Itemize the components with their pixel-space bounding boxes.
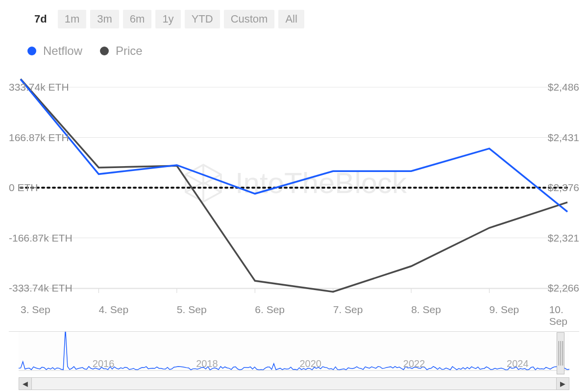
scroll-left-button[interactable]: ◀	[19, 378, 32, 390]
x-tick: 4. Sep	[98, 304, 128, 316]
range-navigator[interactable]: 20162018202020222024 ◀ ▶	[9, 331, 579, 390]
x-tick: 3. Sep	[21, 304, 50, 316]
legend-label: Netflow	[43, 44, 82, 58]
chart-plot-area	[9, 77, 579, 318]
range-tab-1m[interactable]: 1m	[58, 10, 87, 28]
triangle-left-icon: ◀	[23, 380, 28, 388]
navigator-scrollbar[interactable]: ◀ ▶	[19, 377, 569, 390]
navigator-handle[interactable]	[557, 332, 564, 374]
range-tab-ytd[interactable]: YTD	[185, 10, 220, 28]
y-axis-left: 333.74k ETH166.87k ETH0 ETH-166.87k ETH-…	[9, 77, 77, 288]
x-tick: 8. Sep	[411, 304, 441, 316]
y-right-tick: $2,486	[511, 81, 579, 93]
y-left-tick: 0 ETH	[9, 182, 77, 194]
y-right-tick: $2,321	[511, 232, 579, 244]
x-axis: 3. Sep4. Sep5. Sep6. Sep7. Sep8. Sep9. S…	[9, 298, 579, 318]
legend-item-netflow[interactable]: Netflow	[27, 44, 82, 58]
y-left-tick: 333.74k ETH	[9, 81, 77, 93]
range-tab-custom[interactable]: Custom	[224, 10, 275, 28]
scroll-right-button[interactable]: ▶	[556, 378, 569, 390]
x-tick: 10. Sep	[549, 304, 567, 327]
range-tab-6m[interactable]: 6m	[123, 10, 152, 28]
range-tab-1y[interactable]: 1y	[155, 10, 180, 28]
y-right-tick: $2,431	[511, 132, 579, 144]
main-chart[interactable]: IntoTheBlock 333.74k ETH166.87k ETH0 ETH…	[9, 77, 579, 318]
triangle-right-icon: ▶	[560, 380, 565, 388]
legend-swatch-icon	[27, 47, 36, 55]
legend-swatch-icon	[100, 47, 109, 55]
range-tab-all[interactable]: All	[278, 10, 304, 28]
navigator-plot	[9, 331, 579, 375]
x-tick: 5. Sep	[177, 304, 207, 316]
range-tab-7d[interactable]: 7d	[27, 10, 54, 28]
y-right-tick: $2,266	[511, 282, 579, 294]
range-tab-bar: 7d 1m 3m 6m 1y YTD Custom All	[0, 0, 588, 28]
legend-label: Price	[116, 44, 143, 58]
y-left-tick: -333.74k ETH	[9, 282, 77, 294]
y-axis-right: $2,486$2,431$2,376$2,321$2,266	[511, 77, 579, 288]
x-tick: 7. Sep	[333, 304, 363, 316]
x-tick: 9. Sep	[490, 304, 519, 316]
x-tick: 6. Sep	[255, 304, 285, 316]
legend: Netflow Price	[0, 28, 588, 58]
y-right-tick: $2,376	[511, 182, 579, 194]
range-tab-3m[interactable]: 3m	[90, 10, 119, 28]
legend-item-price[interactable]: Price	[100, 44, 143, 58]
y-left-tick: 166.87k ETH	[9, 132, 77, 144]
svg-rect-16	[19, 332, 569, 375]
y-left-tick: -166.87k ETH	[9, 232, 77, 244]
